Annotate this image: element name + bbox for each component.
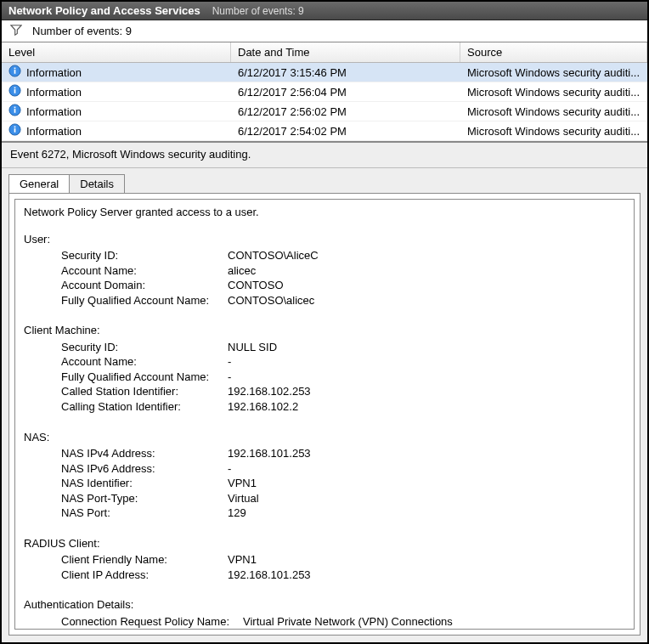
filter-text: Number of events: 9 (32, 25, 132, 37)
property-value: Virtual Private Network (VPN) Connection… (243, 614, 625, 630)
event-header: Event 6272, Microsoft Windows security a… (10, 148, 639, 161)
property-key: Account Name: (24, 263, 228, 279)
information-icon (8, 123, 21, 138)
tab-details[interactable]: Details (69, 174, 125, 194)
property-key: Account Name: (24, 354, 228, 370)
tab-general[interactable]: General (8, 174, 70, 194)
event-header-bar: Event 6272, Microsoft Windows security a… (2, 142, 647, 168)
property-key: NAS IPv6 Address: (24, 461, 228, 477)
property-key: Account Domain: (24, 278, 228, 293)
information-icon (8, 104, 21, 119)
cell-date: 6/12/2017 2:56:04 PM (231, 84, 460, 100)
cell-date: 6/12/2017 3:15:46 PM (231, 65, 460, 81)
section-title: Client Machine: (24, 323, 625, 338)
table-row[interactable]: Information6/12/2017 2:54:02 PMMicrosoft… (2, 121, 647, 141)
property-key: Called Station Identifier: (24, 384, 228, 399)
table-row[interactable]: Information6/12/2017 2:56:02 PMMicrosoft… (2, 102, 647, 121)
property-value: - (228, 354, 625, 370)
detail-content[interactable]: Network Policy Server granted access to … (14, 199, 635, 630)
svg-rect-2 (14, 68, 16, 70)
property-row: Account Domain:CONTOSO (24, 278, 625, 293)
property-row: Client IP Address:192.168.101.253 (24, 568, 625, 583)
property-value: CONTOSO\alicec (228, 293, 625, 308)
property-value: - (228, 370, 625, 385)
event-grid: Level Date and Time Source Information6/… (2, 42, 647, 142)
detail-wrap: General Details Network Policy Server gr… (2, 168, 647, 642)
property-value: VPN1 (228, 476, 625, 491)
col-header-date[interactable]: Date and Time (231, 42, 460, 62)
svg-rect-4 (14, 89, 16, 93)
property-row: NAS Identifier:VPN1 (24, 476, 625, 491)
svg-rect-10 (14, 128, 16, 133)
property-row: NAS IPv6 Address:- (24, 461, 625, 477)
property-row: Account Name:alicec (24, 263, 625, 279)
section-title: NAS: (24, 430, 625, 445)
property-value: 192.168.102.2 (228, 399, 625, 415)
svg-rect-8 (14, 107, 16, 109)
cell-source: Microsoft Windows security auditi... (460, 104, 647, 120)
property-key: Calling Station Identifier: (24, 399, 228, 415)
detail-panel: Network Policy Server granted access to … (8, 193, 641, 636)
property-row: Connection Request Policy Name:Virtual P… (24, 614, 625, 630)
property-value: VPN1 (228, 552, 625, 568)
property-key: Client IP Address: (24, 568, 228, 583)
property-row: Client Friendly Name:VPN1 (24, 552, 625, 568)
window-title: Network Policy and Access Services (8, 4, 200, 17)
cell-level: Information (26, 86, 82, 99)
property-row: NAS Port-Type:Virtual (24, 491, 625, 506)
window-subtitle: Number of events: 9 (212, 5, 304, 17)
property-key: NAS Identifier: (24, 476, 228, 491)
titlebar: Network Policy and Access Services Numbe… (2, 2, 647, 20)
section-title: User: (24, 232, 625, 247)
cell-date: 6/12/2017 2:54:02 PM (231, 123, 460, 139)
col-header-level[interactable]: Level (2, 42, 231, 62)
property-row: Account Name:- (24, 354, 625, 370)
property-key: NAS Port-Type: (24, 491, 228, 506)
property-row: Security ID:CONTOSO\AliceC (24, 248, 625, 263)
property-row: NAS IPv4 Address:192.168.101.253 (24, 446, 625, 461)
property-key: Security ID: (24, 248, 228, 263)
cell-source: Microsoft Windows security auditi... (460, 65, 647, 81)
property-key: Client Friendly Name: (24, 552, 228, 568)
svg-rect-5 (14, 88, 16, 89)
information-icon (8, 65, 21, 80)
col-header-source[interactable]: Source (460, 42, 647, 62)
property-key: Security ID: (24, 340, 228, 355)
property-value: CONTOSO\AliceC (228, 248, 625, 263)
cell-source: Microsoft Windows security auditi... (460, 84, 647, 100)
filter-bar: Number of events: 9 (2, 20, 647, 42)
property-value: NULL SID (228, 340, 625, 355)
event-message: Network Policy Server granted access to … (24, 205, 625, 220)
svg-rect-11 (14, 127, 16, 128)
property-value: CONTOSO (228, 278, 625, 293)
information-icon (8, 84, 21, 99)
property-key: Fully Qualified Account Name: (24, 293, 228, 308)
cell-level: Information (26, 105, 82, 118)
tabs: General Details (8, 174, 641, 194)
cell-level: Information (26, 66, 82, 79)
section-title: RADIUS Client: (24, 536, 625, 551)
property-value: 129 (228, 506, 625, 521)
cell-level: Information (26, 125, 82, 138)
grid-header: Level Date and Time Source (2, 42, 647, 63)
table-row[interactable]: Information6/12/2017 3:15:46 PMMicrosoft… (2, 63, 647, 82)
property-row: Fully Qualified Account Name:- (24, 370, 625, 385)
cell-date: 6/12/2017 2:56:02 PM (231, 104, 460, 120)
property-key: Connection Request Policy Name: (24, 614, 243, 630)
property-row: Called Station Identifier:192.168.102.25… (24, 384, 625, 399)
property-value: 192.168.101.253 (228, 568, 625, 583)
property-value: - (228, 461, 625, 477)
property-value: 192.168.101.253 (228, 446, 625, 461)
table-row[interactable]: Information6/12/2017 2:56:04 PMMicrosoft… (2, 82, 647, 102)
property-key: NAS Port: (24, 506, 228, 521)
section-title: Authentication Details: (24, 597, 625, 613)
svg-rect-7 (14, 109, 16, 113)
property-row: Security ID:NULL SID (24, 340, 625, 355)
svg-rect-1 (14, 70, 16, 74)
property-row: NAS Port:129 (24, 506, 625, 521)
property-value: Virtual (228, 491, 625, 506)
property-value: alicec (228, 263, 625, 279)
cell-source: Microsoft Windows security auditi... (460, 123, 647, 139)
property-value: 192.168.102.253 (228, 384, 625, 399)
filter-icon[interactable] (10, 24, 22, 38)
